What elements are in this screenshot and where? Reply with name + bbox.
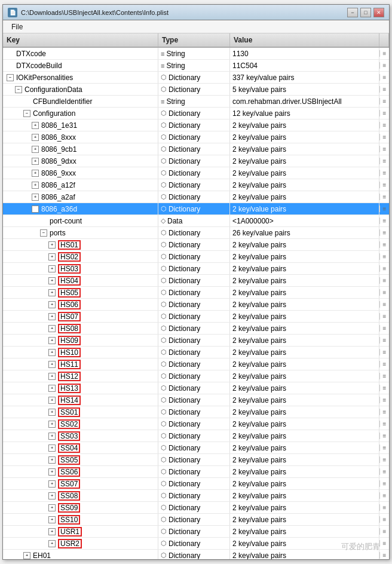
table-row[interactable]: −ConfigurationData⬡Dictionary5 key/value…	[3, 84, 389, 96]
table-row[interactable]: +HS02⬡Dictionary2 key/value pairs≡	[3, 251, 389, 263]
table-row[interactable]: +SS09⬡Dictionary2 key/value pairs≡	[3, 502, 389, 514]
table-row[interactable]: −ports⬡Dictionary26 key/value pairs≡	[3, 227, 389, 239]
table-row[interactable]: CFBundleIdentifier≡Stringcom.rehabman.dr…	[3, 96, 389, 108]
expand-button[interactable]: +	[48, 397, 56, 404]
table-row[interactable]: +HS08⬡Dictionary2 key/value pairs≡	[3, 323, 389, 335]
type-cell: ⬡Dictionary	[158, 119, 230, 131]
table-row[interactable]: +8086_9cb1⬡Dictionary2 key/value pairs≡	[3, 143, 389, 155]
table-row[interactable]: +SS07⬡Dictionary2 key/value pairs≡	[3, 478, 389, 490]
collapse-button[interactable]: −	[32, 206, 39, 213]
expand-button[interactable]: +	[48, 409, 56, 416]
table-row[interactable]: +SS01⬡Dictionary2 key/value pairs≡	[3, 406, 389, 418]
key-cell: +HS11	[3, 358, 158, 370]
table-row[interactable]: +HS13⬡Dictionary2 key/value pairs≡	[3, 382, 389, 394]
expand-button[interactable]: +	[32, 134, 39, 141]
expand-button[interactable]: +	[48, 301, 56, 308]
expand-button[interactable]: +	[48, 313, 56, 320]
expand-button[interactable]: +	[48, 385, 56, 392]
table-row[interactable]: +8086_9xxx⬡Dictionary2 key/value pairs≡	[3, 167, 389, 179]
table-row[interactable]: +HS01⬡Dictionary2 key/value pairs≡	[3, 239, 389, 251]
expand-button[interactable]: +	[48, 433, 56, 440]
table-row[interactable]: +8086_a2af⬡Dictionary2 key/value pairs≡	[3, 191, 389, 203]
table-row[interactable]: +SS05⬡Dictionary2 key/value pairs≡	[3, 454, 389, 466]
expand-button[interactable]: +	[48, 373, 56, 380]
expand-button[interactable]: +	[32, 122, 39, 129]
expand-button[interactable]: +	[48, 361, 56, 368]
table-row[interactable]: +HS12⬡Dictionary2 key/value pairs≡	[3, 370, 389, 382]
key-cell: −8086_a36d	[3, 203, 158, 214]
table-row[interactable]: +8086_9dxx⬡Dictionary2 key/value pairs≡	[3, 155, 389, 167]
table-row[interactable]: +USR2⬡Dictionary2 key/value pairs≡	[3, 538, 389, 550]
table-row[interactable]: +HS04⬡Dictionary2 key/value pairs≡	[3, 275, 389, 287]
expand-button[interactable]: +	[48, 480, 56, 488]
table-row[interactable]: port-count◇Data<1A000000>≡	[3, 215, 389, 227]
table-row[interactable]: DTXcode≡String1130≡	[3, 48, 389, 60]
table-row[interactable]: +8086_1e31⬡Dictionary2 key/value pairs≡	[3, 119, 389, 131]
table-row[interactable]: DTXcodeBuild≡String11C504≡	[3, 60, 389, 72]
type-cell: ⬡Dictionary	[158, 526, 230, 537]
expand-button[interactable]: +	[48, 277, 56, 284]
row-scroll-indicator: ≡	[379, 170, 389, 176]
expand-button[interactable]: +	[48, 456, 56, 464]
expand-button[interactable]: +	[48, 421, 56, 428]
row-scroll-indicator: ≡	[379, 325, 389, 332]
expand-button[interactable]: +	[48, 540, 56, 547]
close-button[interactable]: ✕	[373, 8, 384, 17]
expand-button[interactable]: +	[48, 253, 56, 260]
key-name: SS04	[58, 443, 80, 453]
table-row[interactable]: +HS10⬡Dictionary2 key/value pairs≡	[3, 347, 389, 358]
table-row[interactable]: +HS03⬡Dictionary2 key/value pairs≡	[3, 263, 389, 275]
column-header: Key Type Value	[3, 33, 389, 48]
row-scroll-indicator: ≡	[379, 74, 389, 81]
collapse-button[interactable]: −	[40, 229, 47, 237]
table-row[interactable]: +8086_a12f⬡Dictionary2 key/value pairs≡	[3, 179, 389, 191]
expand-button[interactable]: +	[32, 158, 39, 165]
table-row[interactable]: +HS07⬡Dictionary2 key/value pairs≡	[3, 311, 389, 323]
expand-button[interactable]: +	[48, 468, 56, 476]
expand-button[interactable]: +	[48, 516, 56, 523]
table-row[interactable]: +SS06⬡Dictionary2 key/value pairs≡	[3, 466, 389, 478]
expand-button[interactable]: +	[48, 349, 56, 356]
expand-button[interactable]: +	[48, 241, 56, 249]
table-row[interactable]: +HS11⬡Dictionary2 key/value pairs≡	[3, 358, 389, 370]
expand-button[interactable]: +	[48, 492, 56, 499]
row-scroll-indicator: ≡	[379, 194, 389, 200]
collapse-button[interactable]: −	[7, 74, 14, 81]
table-row[interactable]: −8086_a36d⬡Dictionary2 key/value pairs≡	[3, 203, 389, 215]
table-row[interactable]: +SS03⬡Dictionary2 key/value pairs≡	[3, 430, 389, 442]
expand-button[interactable]: +	[32, 182, 39, 189]
type-icon: ⬡	[161, 360, 167, 368]
table-row[interactable]: +HS06⬡Dictionary2 key/value pairs≡	[3, 299, 389, 311]
table-row[interactable]: −Configuration⬡Dictionary12 key/value pa…	[3, 108, 389, 119]
expand-button[interactable]: +	[32, 146, 39, 153]
table-row[interactable]: +HS14⬡Dictionary2 key/value pairs≡	[3, 394, 389, 406]
minimize-button[interactable]: −	[347, 8, 358, 17]
table-row[interactable]: +SS10⬡Dictionary2 key/value pairs≡	[3, 514, 389, 526]
collapse-button[interactable]: −	[23, 110, 30, 117]
table-row[interactable]: −IOKitPersonalities⬡Dictionary337 key/va…	[3, 72, 389, 84]
table-row[interactable]: +SS04⬡Dictionary2 key/value pairs≡	[3, 442, 389, 454]
table-row[interactable]: +HS09⬡Dictionary2 key/value pairs≡	[3, 335, 389, 347]
collapse-button[interactable]: −	[15, 86, 22, 93]
expand-button[interactable]: +	[48, 265, 56, 272]
expand-button[interactable]: +	[32, 170, 39, 177]
expand-button[interactable]: +	[48, 289, 56, 296]
type-label: Dictionary	[169, 169, 200, 177]
maximize-button[interactable]: □	[360, 8, 371, 17]
table-row[interactable]: +SS02⬡Dictionary2 key/value pairs≡	[3, 418, 389, 430]
table-row[interactable]: +USR1⬡Dictionary2 key/value pairs≡	[3, 526, 389, 538]
table-row[interactable]: +8086_8xxx⬡Dictionary2 key/value pairs≡	[3, 131, 389, 143]
expand-button[interactable]: +	[23, 552, 30, 559]
expand-button[interactable]: +	[48, 504, 56, 511]
expand-button[interactable]: +	[32, 194, 39, 201]
table-row[interactable]: +HS05⬡Dictionary2 key/value pairs≡	[3, 287, 389, 299]
expand-button[interactable]: +	[48, 445, 56, 452]
expand-button[interactable]: +	[48, 325, 56, 332]
table-body[interactable]: DTXcode≡String1130≡DTXcodeBuild≡String11…	[3, 48, 389, 559]
table-row[interactable]: +SS08⬡Dictionary2 key/value pairs≡	[3, 490, 389, 502]
expand-button[interactable]: +	[48, 337, 56, 344]
key-cell: +HS13	[3, 382, 158, 394]
table-row[interactable]: +EH01⬡Dictionary2 key/value pairs≡	[3, 550, 389, 559]
menu-file[interactable]: File	[7, 22, 27, 32]
expand-button[interactable]: +	[48, 528, 56, 535]
